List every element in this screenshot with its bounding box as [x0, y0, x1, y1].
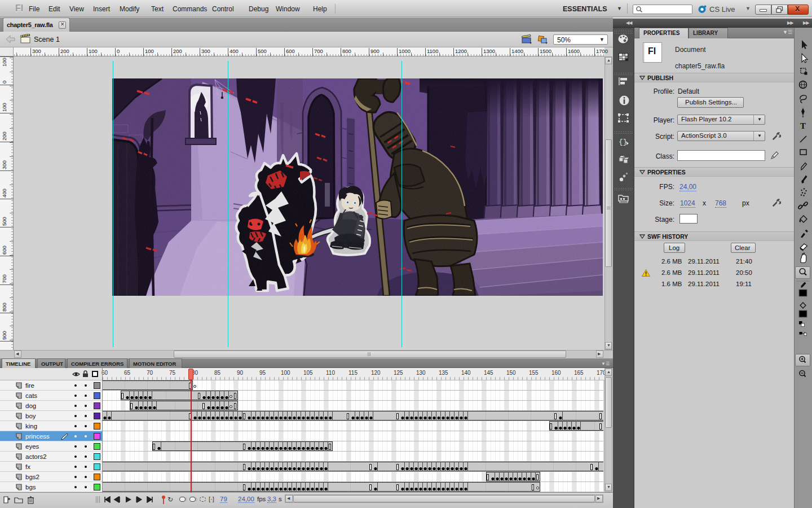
- svg-text:{}: {}: [619, 138, 628, 146]
- svg-text:T: T: [800, 121, 806, 130]
